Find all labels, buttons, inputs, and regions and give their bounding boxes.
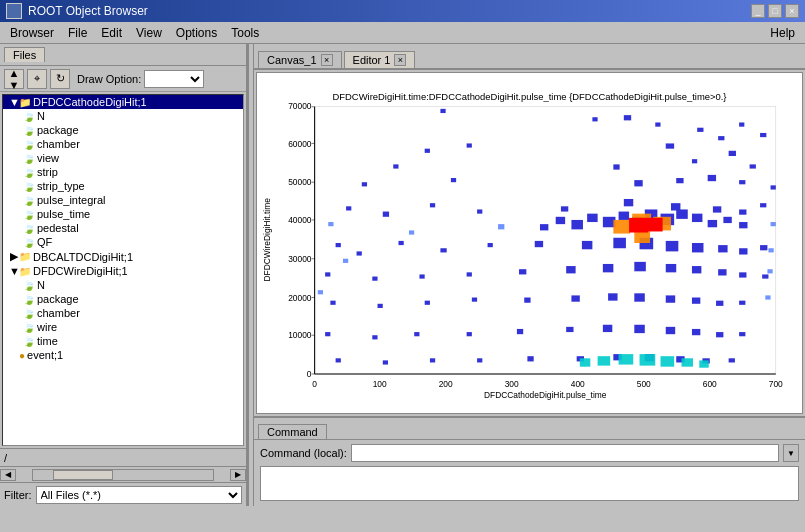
svg-rect-127 — [739, 332, 745, 336]
svg-text:30000: 30000 — [288, 254, 312, 264]
tree-item-chamber[interactable]: 🍃 chamber — [3, 137, 243, 151]
svg-rect-103 — [762, 274, 768, 278]
editor-tab-close[interactable]: × — [394, 54, 406, 66]
svg-rect-125 — [692, 329, 700, 335]
svg-rect-31 — [592, 117, 597, 121]
svg-text:400: 400 — [571, 379, 585, 389]
svg-rect-68 — [619, 212, 629, 220]
tree-item-strip[interactable]: 🍃 strip — [3, 165, 243, 179]
svg-text:50000: 50000 — [288, 177, 312, 187]
tree-item-pulse-time[interactable]: 🍃 pulse_time — [3, 207, 243, 221]
scroll-left-arrow[interactable]: ◀ — [0, 469, 16, 481]
menu-help[interactable]: Help — [764, 25, 801, 41]
canvas-tab-close[interactable]: × — [321, 54, 333, 66]
svg-rect-90 — [760, 245, 767, 250]
tree-item-wire[interactable]: 🍃 wire — [3, 320, 243, 334]
tree-toggle-dfdc-cathode[interactable]: ▼ — [9, 96, 19, 108]
svg-rect-43 — [692, 159, 697, 163]
command-row: Command (local): ▼ — [260, 444, 799, 462]
draw-option-select[interactable] — [144, 70, 204, 88]
editor-tab[interactable]: Editor 1 × — [344, 51, 416, 68]
svg-rect-86 — [666, 241, 679, 251]
svg-rect-32 — [624, 115, 631, 120]
tree-item-dfdc-cathode[interactable]: ▼ 📁 DFDCCathodeDigiHit;1 — [3, 95, 243, 109]
svg-rect-73 — [692, 214, 702, 222]
tree-item-QF[interactable]: 🍃 QF — [3, 235, 243, 249]
sort-button[interactable]: ▲▼ — [4, 69, 24, 89]
files-tab[interactable]: Files — [4, 47, 45, 62]
scroll-right-arrow[interactable]: ▶ — [230, 469, 246, 481]
close-button[interactable]: × — [785, 4, 799, 18]
tree-item-pedestal[interactable]: 🍃 pedestal — [3, 221, 243, 235]
svg-rect-152 — [328, 222, 333, 226]
tree-label-chamber2: chamber — [37, 307, 80, 319]
svg-rect-82 — [535, 241, 543, 247]
svg-rect-80 — [440, 248, 446, 252]
tree-label-dbcalt: DBCALTDCDigiHit;1 — [33, 251, 133, 263]
menu-edit[interactable]: Edit — [95, 25, 128, 41]
tree-toggle-dfdc-wire[interactable]: ▼ — [9, 265, 19, 277]
tree-item-chamber2[interactable]: 🍃 chamber — [3, 306, 243, 320]
menu-tools[interactable]: Tools — [225, 25, 265, 41]
leaf-icon-N: 🍃 — [23, 111, 35, 122]
tree-item-strip-type[interactable]: 🍃 strip_type — [3, 179, 243, 193]
menu-browser[interactable]: Browser — [4, 25, 60, 41]
maximize-button[interactable]: □ — [768, 4, 782, 18]
svg-rect-159 — [767, 269, 772, 273]
command-area: Command Command (local): ▼ — [254, 416, 805, 506]
svg-rect-47 — [451, 178, 456, 182]
filter-icon-button[interactable]: ⌖ — [27, 69, 47, 89]
leaf-icon-pedestal: 🍃 — [23, 223, 35, 234]
canvas-area[interactable]: DFDCWireDigiHit.time:DFDCCathodeDigiHit.… — [256, 72, 803, 414]
tree-item-N2[interactable]: 🍃 N — [3, 278, 243, 292]
svg-rect-111 — [634, 293, 644, 301]
svg-rect-141 — [619, 354, 634, 364]
tree-item-dfdc-wire[interactable]: ▼ 📁 DFDCWireDigiHit;1 — [3, 264, 243, 278]
command-input[interactable] — [351, 444, 779, 462]
tree-item-pulse-integral[interactable]: 🍃 pulse_integral — [3, 193, 243, 207]
svg-rect-65 — [571, 220, 583, 229]
command-dropdown[interactable]: ▼ — [783, 444, 799, 462]
command-tab[interactable]: Command — [258, 424, 327, 439]
menu-file[interactable]: File — [62, 25, 93, 41]
menu-options[interactable]: Options — [170, 25, 223, 41]
command-content: Command (local): ▼ — [254, 440, 805, 505]
refresh-button[interactable]: ↻ — [50, 69, 70, 89]
canvas-tab[interactable]: Canvas_1 × — [258, 51, 342, 68]
scroll-thumb[interactable] — [53, 470, 113, 480]
svg-rect-87 — [692, 243, 704, 252]
svg-rect-126 — [716, 332, 723, 337]
svg-rect-117 — [372, 335, 377, 339]
svg-rect-105 — [378, 304, 383, 308]
filter-label: Filter: — [4, 489, 32, 501]
tree-toggle-dbcalt[interactable]: ▶ — [9, 250, 19, 263]
svg-rect-145 — [699, 360, 708, 367]
tree-item-package[interactable]: 🍃 package — [3, 123, 243, 137]
svg-text:DFDCCathodeDigiHit.pulse_time: DFDCCathodeDigiHit.pulse_time — [484, 390, 607, 400]
filter-select[interactable]: All Files (*.*) — [36, 486, 243, 504]
menu-view[interactable]: View — [130, 25, 168, 41]
tree-item-event[interactable]: ● event;1 — [3, 348, 243, 362]
svg-rect-99 — [666, 264, 676, 272]
svg-rect-139 — [580, 358, 590, 366]
tree-item-time[interactable]: 🍃 time — [3, 334, 243, 348]
tree-item-N[interactable]: 🍃 N — [3, 109, 243, 123]
svg-text:10000: 10000 — [288, 330, 312, 340]
tree-label-time: time — [37, 335, 58, 347]
svg-rect-1 — [315, 107, 776, 374]
tree-label-wire: wire — [37, 321, 57, 333]
svg-rect-54 — [383, 212, 389, 217]
tree-item-package2[interactable]: 🍃 package — [3, 292, 243, 306]
tree-item-view[interactable]: 🍃 view — [3, 151, 243, 165]
minimize-button[interactable]: _ — [751, 4, 765, 18]
svg-rect-45 — [750, 164, 756, 168]
svg-rect-33 — [655, 122, 660, 126]
tree-label-strip: strip — [37, 166, 58, 178]
tree-item-dbcalt[interactable]: ▶ 📁 DBCALTDCDigiHit;1 — [3, 249, 243, 264]
h-scrollbar[interactable]: ◀ ▶ — [0, 466, 246, 482]
svg-rect-42 — [613, 164, 619, 169]
file-tree[interactable]: ▼ 📁 DFDCCathodeDigiHit;1 🍃 N 🍃 package 🍃… — [2, 94, 244, 446]
tree-label-QF: QF — [37, 236, 52, 248]
svg-rect-113 — [692, 298, 700, 304]
folder-icon: 📁 — [19, 97, 31, 108]
